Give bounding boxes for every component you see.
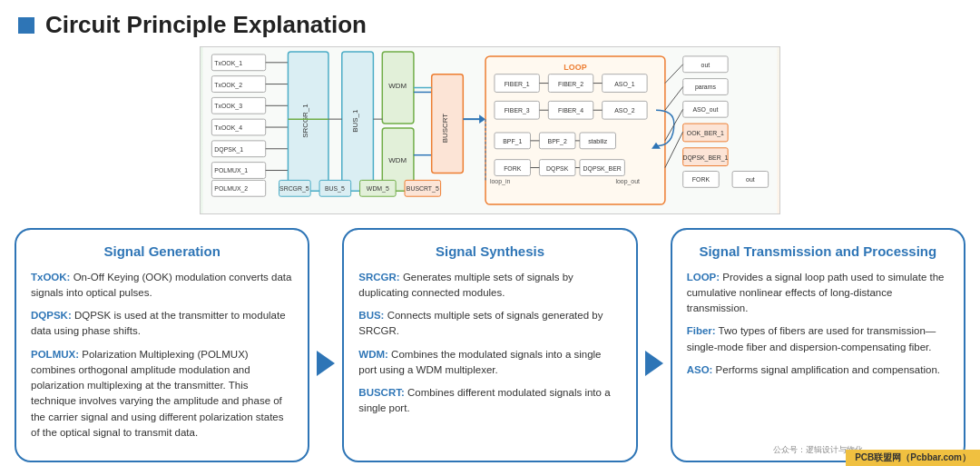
header-icon: [18, 17, 34, 34]
svg-text:LOOP: LOOP: [564, 63, 586, 72]
svg-text:BUSCRT: BUSCRT: [441, 114, 449, 144]
svg-text:DQPSK: DQPSK: [546, 165, 569, 173]
txook-item: TxOOK: On-Off Keying (OOK) modulation co…: [31, 270, 293, 302]
svg-text:FIBER_4: FIBER_4: [558, 107, 583, 114]
dqpsk-term: DQPSK:: [31, 310, 72, 321]
polmux-term: POLMUX:: [31, 349, 79, 360]
arrow-right-icon-2: [645, 351, 663, 376]
svg-text:FORK: FORK: [692, 176, 710, 183]
column-generation: Signal Generation TxOOK: On-Off Keying (…: [15, 228, 309, 462]
svg-text:ASO_out: ASO_out: [692, 106, 718, 114]
arrow-2: [643, 264, 665, 462]
bus-term: BUS:: [358, 310, 384, 321]
dqpsk-item: DQPSK: DQPSK is used at the transmitter …: [31, 308, 293, 340]
buscrt-item: BUSCRT: Combines different modulated sig…: [358, 385, 621, 417]
svg-text:BUSCRT_5: BUSCRT_5: [407, 185, 439, 193]
page-container: Circuit Principle Explanation TxOOK_1 Tx…: [0, 0, 980, 466]
loop-item: LOOP: Provides a signal loop path used t…: [687, 270, 949, 317]
polmux-text: Polarization Multiplexing (POLMUX) combi…: [31, 349, 284, 438]
col-transmission-body: LOOP: Provides a signal loop path used t…: [687, 270, 949, 379]
page-title: Circuit Principle Explanation: [45, 11, 367, 39]
col-synthesis-title: Signal Synthesis: [358, 243, 621, 261]
svg-text:FIBER_2: FIBER_2: [558, 81, 583, 88]
svg-text:SRCGR_5: SRCGR_5: [279, 185, 309, 193]
wdm-text: Combines the modulated signals into a si…: [358, 349, 601, 375]
wdm-item: WDM: Combines the modulated signals into…: [358, 347, 621, 379]
aso-item: ASO: Performs signal amplification and c…: [687, 362, 949, 378]
arrow-1: [315, 264, 337, 462]
svg-text:TxOOK_3: TxOOK_3: [214, 103, 242, 110]
svg-text:FORK: FORK: [504, 165, 522, 172]
svg-text:BUS_1: BUS_1: [351, 109, 359, 133]
svg-text:TxOOK_1: TxOOK_1: [214, 60, 242, 67]
arrow-right-icon-1: [317, 351, 335, 376]
txook-text: On-Off Keying (OOK) modulation converts …: [31, 272, 291, 298]
columns-section: Signal Generation TxOOK: On-Off Keying (…: [0, 223, 980, 466]
fiber-text: Two types of fibers are used for transmi…: [687, 325, 936, 352]
svg-text:out: out: [701, 62, 710, 68]
svg-text:DQPSK_1: DQPSK_1: [214, 146, 243, 154]
aso-term: ASO:: [687, 364, 713, 375]
txook-term: TxOOK:: [31, 272, 70, 283]
col-transmission-title: Signal Transmission and Processing: [687, 243, 949, 261]
buscrt-term: BUSCRT:: [358, 387, 404, 398]
pcb-watermark: PCB联盟网（Pcbbar.com）: [846, 450, 980, 466]
svg-text:DQPSK_BER_1: DQPSK_BER_1: [682, 154, 728, 162]
column-transmission: Signal Transmission and Processing LOOP:…: [671, 228, 965, 462]
svg-text:WDM: WDM: [388, 82, 407, 90]
svg-text:ASO_1: ASO_1: [614, 81, 634, 88]
svg-text:loop_out: loop_out: [615, 178, 640, 185]
srcgr-term: SRCGR:: [358, 272, 399, 283]
svg-text:BUS_5: BUS_5: [325, 185, 345, 193]
svg-text:params: params: [695, 84, 717, 91]
svg-text:BPF_1: BPF_1: [503, 138, 522, 145]
svg-text:WDM: WDM: [388, 156, 407, 164]
svg-text:TxOOK_2: TxOOK_2: [214, 82, 242, 89]
svg-text:TxOOK_4: TxOOK_4: [214, 124, 242, 132]
svg-text:stabiliz: stabiliz: [588, 138, 608, 144]
col-generation-title: Signal Generation: [31, 243, 293, 261]
fiber-term: Fiber:: [687, 325, 716, 336]
svg-text:FIBER_3: FIBER_3: [505, 107, 530, 114]
diagram-area: TxOOK_1 TxOOK_2 TxOOK_3 TxOOK_4 DQPSK_1 …: [0, 46, 980, 223]
svg-text:POLMUX_1: POLMUX_1: [214, 167, 248, 174]
col-generation-body: TxOOK: On-Off Keying (OOK) modulation co…: [31, 270, 293, 441]
fiber-item: Fiber: Two types of fibers are used for …: [687, 323, 949, 355]
aso-text: Performs signal amplification and compen…: [712, 364, 940, 375]
polmux-item: POLMUX: Polarization Multiplexing (POLMU…: [31, 347, 293, 441]
bus-item: BUS: Connects multiple sets of signals g…: [358, 308, 621, 340]
col-synthesis-body: SRCGR: Generates multiple sets of signal…: [358, 270, 621, 417]
svg-text:POLMUX_2: POLMUX_2: [214, 185, 248, 193]
wdm-term: WDM:: [358, 349, 388, 360]
loop-text: Provides a signal loop path used to simu…: [687, 272, 945, 314]
svg-text:BPF_2: BPF_2: [548, 138, 567, 145]
svg-text:OOK_BER_1: OOK_BER_1: [687, 130, 724, 137]
svg-text:ASO_2: ASO_2: [614, 107, 634, 114]
column-synthesis: Signal Synthesis SRCGR: Generates multip…: [342, 228, 637, 462]
loop-term: LOOP:: [687, 272, 720, 283]
header: Circuit Principle Explanation: [0, 0, 980, 46]
svg-text:DQPSK_BER: DQPSK_BER: [583, 165, 622, 173]
srcgr-item: SRCGR: Generates multiple sets of signal…: [358, 270, 621, 302]
bus-text: Connects multiple sets of signals genera…: [358, 310, 603, 336]
svg-text:out: out: [746, 176, 755, 183]
svg-text:FIBER_1: FIBER_1: [505, 81, 530, 88]
svg-text:loop_in: loop_in: [490, 178, 510, 185]
circuit-diagram: TxOOK_1 TxOOK_2 TxOOK_3 TxOOK_4 DQPSK_1 …: [200, 46, 780, 214]
svg-text:WDM_5: WDM_5: [367, 185, 389, 193]
svg-text:SRCGR_1: SRCGR_1: [301, 104, 309, 138]
